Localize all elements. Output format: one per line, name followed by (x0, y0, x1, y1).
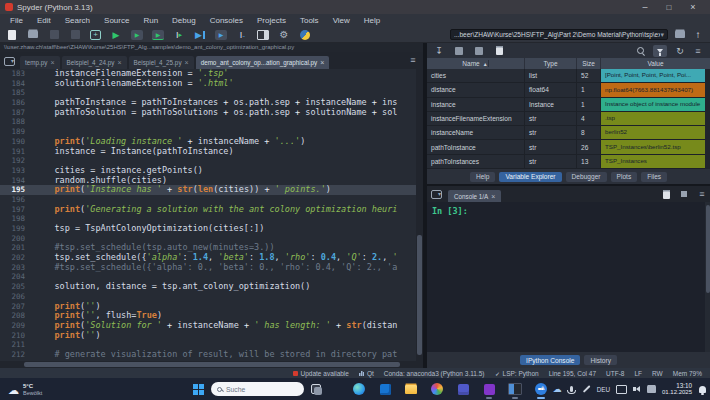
start-button[interactable] (193, 384, 204, 395)
code-line[interactable]: 191 instance = Instance(pathToInstance) (0, 147, 423, 157)
menu-debug[interactable]: Debug (165, 14, 203, 27)
code-line[interactable]: 188 (0, 117, 423, 127)
run-selection-icon[interactable] (173, 29, 185, 41)
photos-icon[interactable] (430, 382, 444, 396)
new-window-icon[interactable] (90, 30, 101, 40)
cursor-position[interactable]: Line 195, Col 47 (549, 370, 596, 377)
browse-tabs-icon[interactable] (431, 190, 442, 199)
code-line[interactable]: 196 (0, 195, 423, 205)
menu-view[interactable]: View (326, 14, 357, 27)
tab-help[interactable]: Help (470, 172, 496, 182)
column-header-name[interactable]: Name (427, 58, 525, 69)
options-menu-icon[interactable] (693, 46, 703, 56)
variable-row[interactable]: distancefloat641np.float64(7663.88143784… (427, 83, 705, 97)
column-header-type[interactable]: Type (525, 58, 577, 69)
taskbar-search[interactable]: Suche (211, 382, 304, 396)
maximize-button[interactable] (657, 0, 681, 15)
code-line[interactable]: 210 print('') (0, 331, 423, 341)
save-file-icon[interactable] (48, 29, 60, 41)
editor-options-menu-icon[interactable] (407, 54, 419, 66)
code-line[interactable]: 195 print('Instance has ' + str(len(citi… (0, 185, 423, 195)
save-data-icon[interactable] (454, 46, 464, 56)
tab-files[interactable]: Files (641, 172, 667, 182)
run-file-icon[interactable] (110, 29, 122, 41)
debug-selection-icon[interactable] (236, 29, 248, 41)
code-line[interactable]: 185 (0, 88, 423, 98)
code-line[interactable]: 212 # generate visualization of result, … (0, 350, 423, 360)
open-file-icon[interactable] (27, 29, 39, 41)
code-line[interactable]: 198 (0, 214, 423, 224)
menu-search[interactable]: Search (58, 14, 97, 27)
variable-row[interactable]: pathToInstancesstr13TSP_Instances (427, 155, 705, 169)
tab-debugger[interactable]: Debugger (566, 172, 607, 182)
editor-horizontal-scrollbar[interactable] (0, 361, 423, 368)
code-line[interactable]: 192 (0, 156, 423, 166)
code-line[interactable]: 204 (0, 272, 423, 282)
file-explorer-icon[interactable] (404, 382, 418, 396)
variable-row[interactable]: instanceNamestr8berlin52 (427, 126, 705, 140)
save-all-icon[interactable] (69, 29, 81, 41)
edge-icon[interactable] (352, 382, 366, 396)
readwrite-status[interactable]: RW (652, 370, 663, 377)
parent-directory-icon[interactable] (692, 29, 704, 41)
folder-tray-icon[interactable] (647, 383, 656, 395)
code-line[interactable]: 200 (0, 234, 423, 244)
editor-tab[interactable]: Beispiel_4_25.py (129, 56, 194, 69)
editor-tab[interactable]: Beispiel_4_24.py (62, 56, 127, 69)
taskbar-clock[interactable]: 13:10 01.12.2025 (662, 382, 692, 396)
cast-icon[interactable] (616, 383, 627, 395)
variable-row[interactable]: citieslist52[Point, Point, Point, Point,… (427, 69, 705, 83)
editor-tab[interactable]: demo_ant_colony_op...ation_graphical.py (196, 56, 330, 69)
notifications-bell-icon[interactable] (698, 383, 706, 395)
office-app-icon[interactable] (482, 382, 496, 396)
options-menu-icon[interactable] (697, 189, 707, 199)
variable-row[interactable]: instanceInstance1Instance object of inst… (427, 98, 705, 112)
menu-tools[interactable]: Tools (293, 14, 326, 27)
browse-tabs-icon[interactable] (4, 57, 15, 66)
variable-table-scrollbar[interactable] (705, 69, 710, 169)
close-tab-icon[interactable] (50, 59, 54, 66)
menu-consoles[interactable]: Consoles (203, 14, 250, 27)
eol-status[interactable]: LF (634, 370, 642, 377)
language-indicator[interactable]: DEU (597, 383, 610, 395)
code-line[interactable]: 207 print('') (0, 302, 423, 312)
console-tab[interactable]: Console 1/A (448, 190, 501, 202)
outlook-icon[interactable] (378, 382, 392, 396)
working-directory-combobox[interactable]: ...beer\ZHAW\Kurse\25HS\FTP_Alg\Part 2\D… (450, 29, 668, 40)
preferences-icon[interactable] (278, 29, 290, 41)
console-body[interactable]: In [3]: (427, 202, 710, 352)
run-cell-icon[interactable] (131, 30, 143, 40)
close-tab-icon[interactable] (185, 59, 189, 66)
task-view-button[interactable] (311, 384, 321, 394)
weather-widget[interactable]: 5°C Bewölkt (8, 380, 42, 398)
code-line[interactable]: 208 print('', flush=True) (0, 311, 423, 321)
code-line[interactable]: 199 tsp = TspAntColonyOptimization(citie… (0, 224, 423, 234)
memory-status[interactable]: Mem 79% (673, 370, 702, 377)
close-tab-icon[interactable] (117, 59, 121, 66)
menu-source[interactable]: Source (97, 14, 136, 27)
code-line[interactable]: 193 cities = instance.getPoints() (0, 166, 423, 176)
code-line[interactable]: 203 #tsp.set_schedule({'alpha': 0., 'bet… (0, 263, 423, 273)
chevron-up-icon[interactable] (539, 383, 547, 395)
close-button[interactable] (681, 0, 705, 15)
tab-plots[interactable]: Plots (611, 172, 638, 182)
menu-edit[interactable]: Edit (30, 14, 58, 27)
new-file-icon[interactable] (6, 29, 18, 41)
tab-variable-explorer[interactable]: Variable Explorer (499, 172, 561, 182)
refresh-icon[interactable] (675, 46, 685, 56)
pythonpath-manager-icon[interactable] (299, 29, 311, 41)
save-data-as-icon[interactable] (474, 46, 484, 56)
code-line[interactable]: 190 print('Loading instance ' + instance… (0, 137, 423, 147)
close-tab-icon[interactable] (320, 59, 324, 66)
variable-row[interactable]: instanceFilenameExtensionstr4.tsp (427, 112, 705, 126)
paste-icon[interactable] (494, 46, 504, 56)
editor-tab[interactable]: temp.py (20, 56, 60, 69)
code-line[interactable]: 186 pathToInstance = pathToInstances + o… (0, 98, 423, 108)
teams-icon[interactable] (456, 382, 470, 396)
run-cell-advance-icon[interactable] (152, 30, 164, 40)
column-header-value[interactable]: Value (601, 58, 710, 69)
menu-projects[interactable]: Projects (250, 14, 293, 27)
debug-cell-icon[interactable] (215, 30, 227, 40)
debug-file-icon[interactable] (194, 29, 206, 41)
column-header-size[interactable]: Size (577, 58, 601, 69)
